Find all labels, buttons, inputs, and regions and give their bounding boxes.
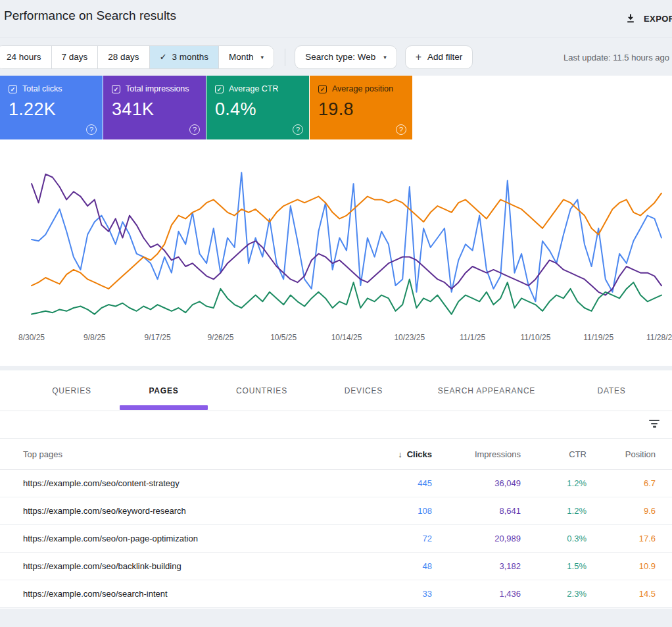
- active-tab-underline: [120, 405, 208, 410]
- tab-label: DEVICES: [345, 386, 383, 395]
- metric-card-value: 0.4%: [215, 99, 300, 120]
- column-header-impressions[interactable]: Impressions: [432, 449, 521, 459]
- tab-pages[interactable]: PAGES: [117, 370, 210, 411]
- filter-bar: 24 hours7 days28 days✓3 monthsMonth▾ Sea…: [0, 38, 672, 76]
- tab-queries[interactable]: QUERIES: [26, 370, 117, 411]
- export-label: EXPORT: [644, 14, 672, 24]
- metric-card-value: 1.22K: [9, 99, 94, 120]
- tab-label: PAGES: [149, 386, 178, 395]
- x-axis-tick: 11/10/25: [520, 333, 550, 342]
- metric-card-label: Average position: [332, 84, 393, 93]
- checkbox-checked-icon[interactable]: ✓: [318, 85, 327, 93]
- x-axis-tick: 10/23/25: [394, 333, 425, 342]
- ctr-value: 0.3%: [521, 534, 587, 543]
- tab-label: SEARCH APPEARANCE: [438, 386, 535, 395]
- dimension-tabs: QUERIESPAGESCOUNTRIESDEVICESSEARCH APPEA…: [0, 370, 672, 411]
- clicks-value: 445: [353, 478, 432, 488]
- metric-card-total-impressions[interactable]: ✓Total impressions341K?: [103, 76, 206, 139]
- date-range-label: 7 days: [62, 52, 88, 62]
- position-value: 6.7: [587, 478, 656, 488]
- table-toolbar: [0, 411, 672, 439]
- x-axis-tick: 10/14/25: [331, 333, 362, 342]
- chevron-down-icon: ▾: [383, 54, 387, 61]
- help-icon[interactable]: ?: [396, 124, 406, 135]
- position-value: 10.9: [587, 561, 656, 571]
- clicks-value: 33: [353, 589, 432, 599]
- clicks-value: 108: [353, 506, 432, 516]
- search-type-label: Search type: Web: [305, 52, 375, 62]
- metric-card-value: 19.8: [318, 99, 404, 120]
- export-button[interactable]: EXPORT: [625, 8, 672, 29]
- search-type-filter[interactable]: Search type: Web ▾: [295, 45, 397, 69]
- page-url[interactable]: https://example.com/seo/content-strategy: [23, 478, 353, 488]
- performance-chart[interactable]: 8/30/259/8/259/17/259/26/2510/5/2510/14/…: [0, 139, 672, 366]
- download-icon: [625, 13, 636, 24]
- impressions-value: 1,436: [432, 589, 521, 599]
- tab-label: COUNTRIES: [236, 386, 287, 395]
- tab-search-appearance[interactable]: SEARCH APPEARANCE: [414, 370, 559, 411]
- date-range-group: 24 hours7 days28 days✓3 monthsMonth▾: [0, 45, 274, 69]
- position-value: 9.6: [587, 506, 656, 516]
- x-axis-tick: 11/19/25: [583, 333, 613, 342]
- column-header-top-pages[interactable]: Top pages: [23, 449, 353, 459]
- x-axis-tick: 9/17/25: [145, 333, 171, 342]
- chart-line-clicks: [32, 172, 661, 301]
- date-range-month[interactable]: Month▾: [219, 46, 274, 68]
- column-header-ctr[interactable]: CTR: [521, 449, 587, 459]
- add-filter-button[interactable]: + Add filter: [405, 45, 473, 69]
- impressions-value: 36,049: [432, 478, 521, 488]
- metric-card-label: Average CTR: [229, 84, 279, 93]
- page-url[interactable]: https://example.com/seo/backlink-buildin…: [23, 561, 353, 571]
- chart-line-position: [32, 193, 661, 289]
- metric-card-total-clicks[interactable]: ✓Total clicks1.22K?: [0, 76, 103, 139]
- date-range-28-days[interactable]: 28 days: [98, 46, 149, 68]
- date-range-7-days[interactable]: 7 days: [52, 46, 99, 68]
- x-axis-tick: 9/8/25: [84, 333, 106, 342]
- page-title: Performance on Search results: [4, 9, 176, 23]
- table-row[interactable]: https://example.com/seo/search-intent331…: [0, 580, 672, 608]
- tab-dates[interactable]: DATES: [559, 370, 664, 411]
- chart-line-impressions: [32, 174, 661, 295]
- date-range-label: 3 months: [172, 52, 209, 62]
- position-value: 14.5: [587, 589, 656, 599]
- help-icon[interactable]: ?: [293, 124, 303, 135]
- tab-devices[interactable]: DEVICES: [313, 370, 414, 411]
- metric-card-average-position[interactable]: ✓Average position19.8?: [310, 76, 412, 139]
- date-range-3-months[interactable]: ✓3 months: [150, 46, 219, 68]
- metric-card-value: 341K: [112, 99, 197, 120]
- impressions-value: 8,641: [432, 506, 521, 516]
- chart-line-ctr: [32, 279, 661, 314]
- date-range-label: Month: [229, 52, 254, 62]
- clicks-value: 48: [353, 561, 432, 571]
- x-axis-tick: 10/5/25: [270, 333, 297, 342]
- tab-countries[interactable]: COUNTRIES: [210, 370, 313, 411]
- table-row[interactable]: https://example.com/seo/content-strategy…: [0, 470, 672, 497]
- table-row[interactable]: https://example.com/seo/backlink-buildin…: [0, 553, 672, 580]
- x-axis-tick: 8/30/25: [18, 333, 45, 342]
- add-filter-label: Add filter: [427, 52, 462, 62]
- date-range-label: 24 hours: [7, 52, 41, 62]
- column-header-clicks[interactable]: ↓Clicks: [353, 449, 432, 459]
- help-icon[interactable]: ?: [86, 124, 97, 135]
- checkbox-checked-icon[interactable]: ✓: [9, 85, 17, 93]
- table-card: QUERIESPAGESCOUNTRIESDEVICESSEARCH APPEA…: [0, 370, 672, 609]
- table-row[interactable]: https://example.com/seo/keyword-research…: [0, 497, 672, 525]
- metric-card-label: Total clicks: [22, 84, 62, 93]
- column-header-position[interactable]: Position: [587, 449, 656, 459]
- tab-label: QUERIES: [52, 386, 91, 395]
- checkbox-checked-icon[interactable]: ✓: [112, 85, 120, 93]
- chevron-down-icon: ▾: [261, 54, 264, 61]
- metric-card-label: Total impressions: [126, 84, 189, 93]
- page-url[interactable]: https://example.com/seo/on-page-optimiza…: [23, 534, 353, 543]
- help-icon[interactable]: ?: [189, 124, 200, 135]
- page-url[interactable]: https://example.com/seo/search-intent: [23, 589, 353, 599]
- filter-list-icon[interactable]: [648, 420, 660, 428]
- clicks-value: 72: [353, 534, 432, 543]
- check-icon: ✓: [160, 52, 167, 62]
- table-row[interactable]: https://example.com/seo/on-page-optimiza…: [0, 525, 672, 553]
- page-url[interactable]: https://example.com/seo/keyword-research: [23, 506, 353, 516]
- checkbox-checked-icon[interactable]: ✓: [215, 85, 224, 93]
- date-range-24-hours[interactable]: 24 hours: [0, 46, 52, 68]
- x-axis-tick: 9/26/25: [207, 333, 233, 342]
- metric-card-average-ctr[interactable]: ✓Average CTR0.4%?: [206, 76, 309, 139]
